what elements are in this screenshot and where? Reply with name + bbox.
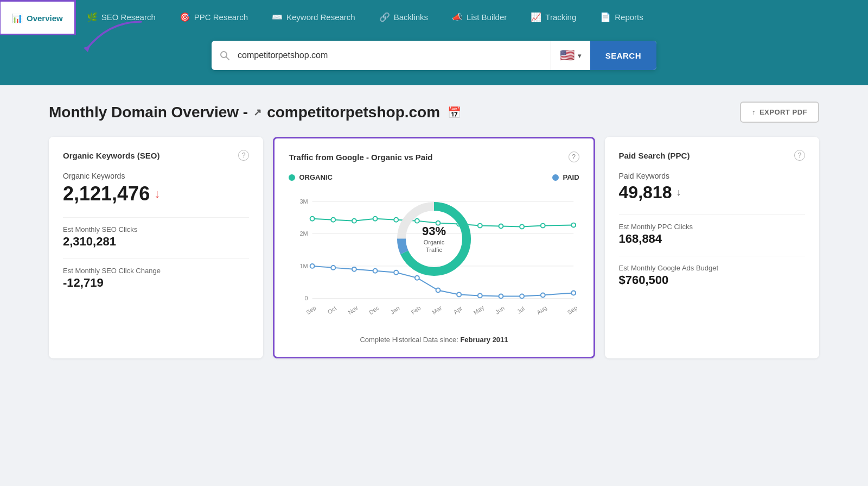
organic-dot	[373, 217, 378, 221]
ppc-card-header: Paid Search (PPC) ?	[619, 150, 805, 161]
ppc-research-label: PPC Research	[194, 12, 248, 22]
nav-item-tracking[interactable]: 📈 Tracking	[519, 0, 588, 34]
seo-clicks-label: Est Monthly SEO Clicks	[63, 225, 249, 233]
search-section: 🇺🇸 ▾ SEARCH	[0, 34, 868, 85]
svg-text:Jun: Jun	[494, 305, 506, 315]
ppc-budget-metric: Est Monthly Google Ads Budget $760,500	[619, 264, 805, 287]
ppc-help-icon[interactable]: ?	[794, 150, 805, 161]
nav-item-reports[interactable]: 📄 Reports	[588, 0, 655, 34]
keyword-research-icon: ⌨️	[272, 12, 283, 22]
traffic-card-header: Traffic from Google - Organic vs Paid ?	[289, 152, 579, 162]
separator-1	[63, 217, 249, 218]
ppc-research-icon: 🎯	[180, 12, 190, 22]
svg-text:Oct: Oct	[327, 305, 338, 315]
organic-legend-label: ORGANIC	[299, 173, 332, 181]
backlinks-label: Backlinks	[394, 12, 428, 22]
export-label: EXPORT PDF	[760, 108, 807, 116]
paid-dot	[478, 293, 482, 298]
nav-item-ppc-research[interactable]: 🎯 PPC Research	[168, 0, 260, 34]
organic-keywords-value: 2,121,476 ↓	[63, 182, 249, 205]
paid-dot	[457, 292, 462, 296]
nav-bar: 📊 Overview 🌿 SEO Research 🎯 PPC Research…	[0, 0, 868, 34]
svg-text:Sep: Sep	[566, 304, 579, 315]
organic-dot	[572, 223, 576, 228]
ppc-clicks-metric: Est Monthly PPC Clicks 168,884	[619, 223, 805, 246]
paid-trend-icon: ↓	[676, 187, 681, 198]
paid-dot	[373, 269, 378, 273]
ppc-budget-label: Est Monthly Google Ads Budget	[619, 264, 805, 272]
traffic-chart-card: Traffic from Google - Organic vs Paid ? …	[273, 137, 595, 358]
donut-center: 93% OrganicTraffic	[422, 224, 446, 254]
main-content: Monthly Domain Overview - ↗ competitorpe…	[27, 85, 841, 380]
seo-click-change-metric: Est Monthly SEO Click Change -12,719	[63, 267, 249, 290]
title-prefix: Monthly Domain Overview -	[49, 104, 248, 121]
chart-footer-text: Complete Historical Data since:	[360, 336, 458, 344]
tracking-label: Tracking	[545, 12, 576, 22]
chart-container: 93% OrganicTraffic 3M 2M 1M 0	[289, 190, 579, 331]
organic-dot	[478, 224, 482, 228]
seo-click-change-value: -12,719	[63, 276, 249, 290]
traffic-card-title: Traffic from Google - Organic vs Paid	[289, 153, 432, 162]
page-title-row: Monthly Domain Overview - ↗ competitorpe…	[49, 102, 819, 123]
seo-research-icon: 🌿	[87, 12, 98, 22]
reports-icon: 📄	[600, 12, 611, 22]
organic-dot	[541, 224, 545, 228]
seo-clicks-metric: Est Monthly SEO Clicks 2,310,281	[63, 225, 249, 249]
svg-text:Jan: Jan	[390, 305, 401, 315]
paid-keywords-value: 49,818 ↓	[619, 182, 805, 203]
export-icon: ↑	[752, 108, 756, 116]
svg-line-2	[226, 57, 229, 60]
donut-chart: 93% OrganicTraffic	[391, 195, 477, 282]
organic-dot	[520, 225, 525, 229]
domain-name: competitorpetshop.com	[267, 104, 440, 121]
search-button[interactable]: SEARCH	[590, 41, 656, 70]
svg-text:Dec: Dec	[368, 304, 380, 315]
paid-dot	[331, 266, 336, 270]
nav-item-list-builder[interactable]: 📣 List Builder	[440, 0, 519, 34]
backlinks-icon: 🔗	[379, 12, 390, 22]
us-flag: 🇺🇸	[560, 48, 575, 62]
paid-legend-item: PAID	[552, 173, 579, 181]
ppc-card-title: Paid Search (PPC)	[619, 151, 690, 160]
organic-keywords-metric: Organic Keywords 2,121,476 ↓	[63, 172, 249, 205]
seo-research-label: SEO Research	[101, 12, 156, 22]
svg-text:Feb: Feb	[410, 305, 422, 316]
search-icon	[212, 50, 238, 61]
nav-item-seo-research[interactable]: 🌿 SEO Research	[75, 0, 168, 34]
nav-item-overview[interactable]: 📊 Overview	[0, 0, 75, 34]
calendar-icon: 📅	[448, 106, 461, 119]
search-bar: 🇺🇸 ▾ SEARCH	[212, 41, 656, 70]
page-title: Monthly Domain Overview - ↗ competitorpe…	[49, 104, 461, 121]
paid-keywords-metric: Paid Keywords 49,818 ↓	[619, 172, 805, 203]
organic-card-title: Organic Keywords (SEO)	[63, 151, 159, 160]
paid-keywords-label: Paid Keywords	[619, 172, 805, 180]
paid-legend-label: PAID	[563, 173, 579, 181]
flag-country-selector[interactable]: 🇺🇸 ▾	[551, 41, 590, 70]
organic-keywords-label: Organic Keywords	[63, 172, 249, 180]
search-input[interactable]	[238, 51, 551, 60]
nav-item-backlinks[interactable]: 🔗 Backlinks	[367, 0, 440, 34]
organic-trend-icon: ↓	[154, 187, 160, 201]
svg-text:1M: 1M	[300, 263, 308, 269]
chart-footer-date: February 2011	[460, 336, 508, 344]
chart-legend: ORGANIC PAID	[289, 173, 579, 181]
svg-text:Sep: Sep	[305, 304, 317, 315]
svg-text:3M: 3M	[300, 198, 308, 205]
nav-item-keyword-research[interactable]: ⌨️ Keyword Research	[260, 0, 367, 34]
paid-dot	[310, 264, 315, 268]
paid-dot	[541, 293, 545, 297]
organic-card-header: Organic Keywords (SEO) ?	[63, 150, 249, 161]
overview-icon: 📊	[12, 13, 23, 23]
seo-clicks-value: 2,310,281	[63, 235, 249, 249]
list-builder-icon: 📣	[452, 12, 463, 22]
organic-dot	[352, 219, 356, 223]
ppc-separator-2	[619, 256, 805, 256]
paid-legend-dot	[552, 174, 559, 181]
export-pdf-button[interactable]: ↑ EXPORT PDF	[740, 102, 819, 123]
organic-help-icon[interactable]: ?	[238, 150, 249, 161]
chevron-down-icon: ▾	[578, 52, 582, 60]
traffic-help-icon[interactable]: ?	[569, 152, 579, 162]
reports-label: Reports	[615, 12, 643, 22]
paid-dot	[436, 288, 441, 293]
ppc-separator-1	[619, 214, 805, 215]
